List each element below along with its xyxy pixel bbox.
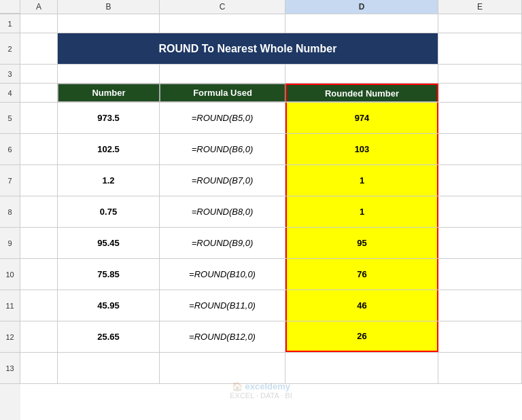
cell-a11: [20, 290, 58, 321]
col-header-c: C: [160, 0, 285, 14]
cell-c10: =ROUND(B10,0): [160, 259, 285, 290]
row-7: 1.2 =ROUND(B7,0) 1: [20, 165, 522, 196]
cell-b8: 0.75: [58, 196, 160, 227]
cell-e4: [438, 84, 522, 102]
row-numbers: 1 2 3 4 5 6 7 8 9 10 11 12 13: [0, 14, 20, 420]
cell-d1: [285, 14, 438, 33]
row-10: 75.85 =ROUND(B10,0) 76: [20, 259, 522, 290]
row-11: 45.95 =ROUND(B11,0) 46: [20, 290, 522, 321]
row-num-7: 7: [0, 165, 20, 196]
grid-area: ROUND To Nearest Whole Number Number For…: [20, 14, 522, 420]
cell-a9: [20, 228, 58, 258]
cell-a6: [20, 134, 58, 164]
cell-c8: =ROUND(B8,0): [160, 196, 285, 227]
cell-e6: [438, 134, 522, 164]
cell-d10: 76: [285, 259, 438, 290]
row-num-2: 2: [0, 33, 20, 65]
spreadsheet: A B C D E 1 2 3 4 5 6 7 8 9 10 11 12 13: [0, 0, 522, 420]
row-num-3: 3: [0, 65, 20, 84]
row-8: 0.75 =ROUND(B8,0) 1: [20, 196, 522, 228]
col-header-b: B: [58, 0, 160, 14]
cell-d5: 974: [285, 103, 438, 133]
row-4: Number Formula Used Rounded Number: [20, 84, 522, 103]
row-num-13: 13: [0, 353, 20, 384]
cell-c11: =ROUND(B11,0): [160, 290, 285, 321]
cell-b3: [58, 65, 160, 83]
cell-b11: 45.95: [58, 290, 160, 321]
cell-c9: =ROUND(B9,0): [160, 228, 285, 258]
row-3: [20, 65, 522, 84]
row-num-4: 4: [0, 84, 20, 103]
cell-b12: 25.65: [58, 321, 160, 352]
col-header-d: D: [285, 0, 438, 14]
row-6: 102.5 =ROUND(B6,0) 103: [20, 134, 522, 165]
cell-b6: 102.5: [58, 134, 160, 164]
row-5: 973.5 =ROUND(B5,0) 974: [20, 103, 522, 134]
cell-d7: 1: [285, 165, 438, 196]
cell-a13: [20, 353, 58, 383]
cell-d6: 103: [285, 134, 438, 164]
cell-e8: [438, 196, 522, 227]
row-num-5: 5: [0, 103, 20, 134]
cell-d8: 1: [285, 196, 438, 227]
row-9: 95.45 =ROUND(B9,0) 95: [20, 228, 522, 259]
cell-c1: [160, 14, 285, 33]
cell-e5: [438, 103, 522, 133]
cell-a8: [20, 196, 58, 227]
row-2: ROUND To Nearest Whole Number: [20, 33, 522, 65]
row-num-9: 9: [0, 228, 20, 259]
cell-c6: =ROUND(B6,0): [160, 134, 285, 164]
col-header-a: A: [20, 0, 58, 14]
cell-c3: [160, 65, 285, 83]
cell-e13: [438, 353, 522, 383]
cell-d11: 46: [285, 290, 438, 321]
cell-b13: [58, 353, 160, 383]
row-num-11: 11: [0, 290, 20, 321]
row-12: 25.65 =ROUND(B12,0) 26: [20, 321, 522, 353]
cell-c5: =ROUND(B5,0): [160, 103, 285, 133]
corner-cell: [0, 0, 20, 14]
cell-a7: [20, 165, 58, 196]
cell-a1: [20, 14, 58, 33]
cell-a2: [20, 33, 58, 64]
cell-a5: [20, 103, 58, 133]
cell-e11: [438, 290, 522, 321]
cell-e12: [438, 321, 522, 352]
row-num-1: 1: [0, 14, 20, 33]
row-num-10: 10: [0, 259, 20, 290]
col-header-e: E: [438, 0, 522, 14]
cell-c12: =ROUND(B12,0): [160, 321, 285, 352]
cell-d3: [285, 65, 438, 83]
cell-b7: 1.2: [58, 165, 160, 196]
cell-a4: [20, 84, 58, 102]
cell-e2: [438, 33, 522, 64]
row-num-6: 6: [0, 134, 20, 165]
cell-e10: [438, 259, 522, 290]
cell-a12: [20, 321, 58, 352]
cell-d13: [285, 353, 438, 383]
cell-b9: 95.45: [58, 228, 160, 258]
cell-a3: [20, 65, 58, 83]
cell-e1: [438, 14, 522, 33]
header-formula: Formula Used: [160, 84, 285, 102]
cell-b10: 75.85: [58, 259, 160, 290]
header-rounded: Rounded Number: [285, 84, 438, 102]
title-cell: ROUND To Nearest Whole Number: [58, 33, 438, 64]
cell-d9: 95: [285, 228, 438, 258]
cell-e7: [438, 165, 522, 196]
row-1: [20, 14, 522, 33]
cell-d12: 26: [285, 321, 438, 352]
cell-a10: [20, 259, 58, 290]
header-number: Number: [58, 84, 160, 102]
row-num-12: 12: [0, 321, 20, 353]
cell-c7: =ROUND(B7,0): [160, 165, 285, 196]
cell-b1: [58, 14, 160, 33]
sheet-body: 1 2 3 4 5 6 7 8 9 10 11 12 13: [0, 14, 522, 420]
cell-e3: [438, 65, 522, 83]
cell-b5: 973.5: [58, 103, 160, 133]
row-13: [20, 353, 522, 384]
column-headers: A B C D E: [0, 0, 522, 14]
cell-c13: [160, 353, 285, 383]
row-num-8: 8: [0, 196, 20, 228]
cell-e9: [438, 228, 522, 258]
